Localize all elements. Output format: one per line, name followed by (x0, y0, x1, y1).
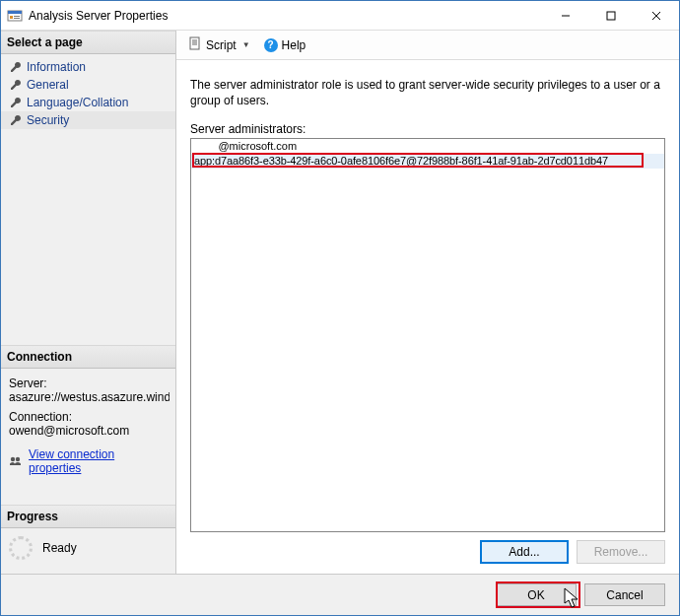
server-value: asazure://westus.asazure.windows (9, 390, 170, 404)
toolbar: Script ▼ ? Help (176, 31, 679, 60)
add-button[interactable]: Add... (480, 540, 569, 564)
nav-label: Information (27, 60, 86, 74)
script-icon (188, 36, 202, 53)
svg-rect-4 (14, 18, 20, 19)
minimize-button[interactable] (543, 1, 588, 30)
remove-button: Remove... (577, 540, 665, 564)
svg-rect-1 (8, 11, 22, 14)
server-admins-listbox[interactable]: @microsoft.com app:d7aa86f3-e33b-429f-a6… (190, 138, 665, 532)
close-button[interactable] (634, 1, 679, 30)
nav-label: General (27, 78, 69, 92)
help-button[interactable]: ? Help (260, 36, 310, 54)
wrench-icon (9, 113, 23, 127)
nav-label: Language/Collation (27, 96, 128, 109)
connection-value: owend@microsoft.com (9, 424, 170, 438)
svg-rect-6 (607, 12, 615, 20)
wrench-icon (9, 78, 23, 92)
right-panel: Script ▼ ? Help The server administrator… (176, 31, 679, 574)
properties-dialog: Analysis Server Properties Select a page… (0, 0, 680, 616)
help-label: Help (282, 38, 306, 52)
nav-security[interactable]: Security (1, 111, 175, 129)
remove-label: Remove... (594, 545, 648, 559)
dialog-footer: OK Cancel (1, 574, 679, 615)
admin-buttons: Add... Remove... (190, 540, 665, 564)
connection-header: Connection (1, 345, 175, 369)
svg-rect-3 (14, 16, 20, 17)
admins-list-label: Server administrators: (190, 122, 665, 136)
wrench-icon (9, 96, 23, 109)
left-panel: Select a page Information General Langua… (1, 31, 176, 574)
connection-icon (9, 453, 23, 470)
progress-spinner-icon (9, 536, 33, 560)
svg-rect-11 (190, 37, 199, 49)
maximize-button[interactable] (588, 1, 634, 30)
security-page: The server administrator role is used to… (176, 60, 679, 574)
titlebar: Analysis Server Properties (1, 1, 679, 31)
security-description: The server administrator role is used to… (190, 78, 665, 108)
admin-row[interactable]: @microsoft.com (191, 139, 664, 154)
nav-information[interactable]: Information (1, 58, 175, 76)
view-connection-properties-link[interactable]: View connection properties (9, 447, 170, 475)
wrench-icon (9, 60, 23, 74)
progress-body: Ready (1, 528, 175, 568)
svg-rect-2 (10, 16, 13, 19)
window-controls (543, 1, 679, 30)
cancel-label: Cancel (606, 588, 643, 602)
ok-button[interactable]: OK (496, 583, 577, 606)
nav-label: Security (27, 113, 69, 127)
connection-label: Connection: (9, 410, 170, 424)
progress-status: Ready (42, 541, 77, 555)
window-title: Analysis Server Properties (29, 9, 543, 23)
app-icon (7, 8, 23, 24)
server-label: Server: (9, 376, 170, 390)
view-connection-properties-text: View connection properties (29, 447, 170, 475)
script-button[interactable]: Script ▼ (184, 34, 254, 55)
add-label: Add... (509, 545, 539, 559)
progress-header: Progress (1, 505, 175, 528)
svg-point-10 (16, 456, 20, 460)
script-label: Script (206, 38, 237, 52)
chevron-down-icon: ▼ (242, 40, 250, 49)
page-nav: Information General Language/Collation S… (1, 54, 175, 135)
help-icon: ? (264, 38, 278, 52)
select-page-header: Select a page (1, 31, 175, 54)
svg-point-9 (11, 456, 15, 460)
ok-label: OK (527, 588, 544, 602)
cancel-button[interactable]: Cancel (584, 583, 665, 606)
nav-general[interactable]: General (1, 76, 175, 94)
admin-row[interactable]: app:d7aa86f3-e33b-429f-a6c0-0afe8106f6e7… (191, 154, 664, 169)
nav-language-collation[interactable]: Language/Collation (1, 94, 175, 111)
connection-info: Server: asazure://westus.asazure.windows… (1, 369, 175, 481)
